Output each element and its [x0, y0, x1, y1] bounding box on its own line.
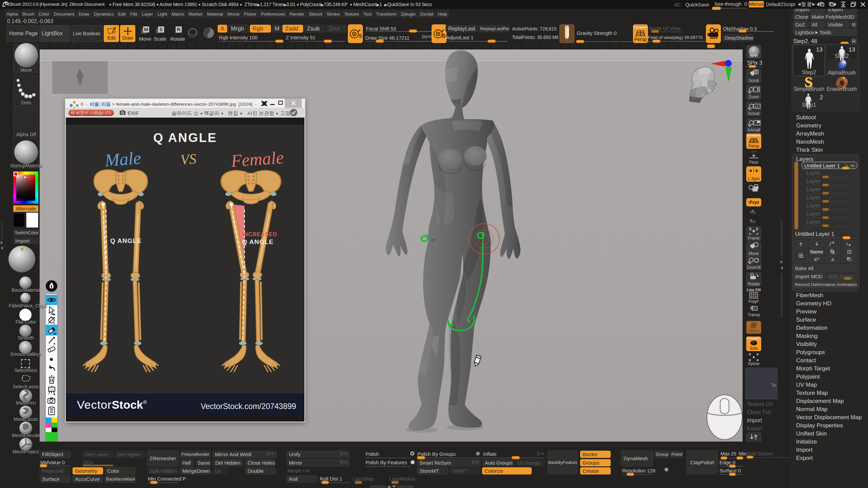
svg-text:M: M [144, 26, 149, 32]
svg-text:S: S [359, 33, 362, 39]
svg-text:D: D [442, 33, 446, 39]
svg-text:x1: x1 [755, 104, 759, 108]
svg-text:S: S [159, 26, 163, 32]
svg-text:R: R [177, 26, 181, 32]
